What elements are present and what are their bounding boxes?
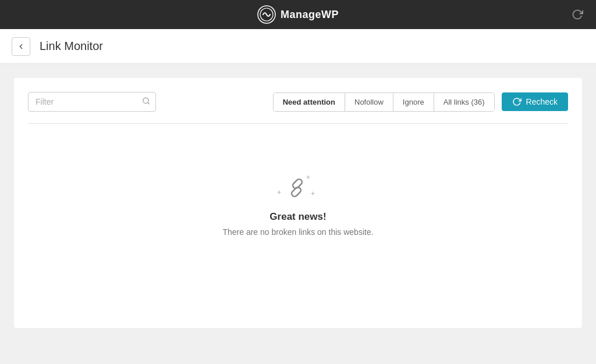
recheck-label: Recheck bbox=[526, 97, 558, 106]
logo: ManageWP bbox=[257, 5, 339, 24]
tabs-and-action: Need attention Nofollow Ignore All links… bbox=[273, 92, 568, 112]
svg-rect-8 bbox=[290, 186, 302, 198]
svg-text:+: + bbox=[306, 173, 310, 181]
main-content: Need attention Nofollow Ignore All links… bbox=[0, 64, 596, 364]
tab-ignore[interactable]: Ignore bbox=[393, 93, 434, 111]
svg-text:+: + bbox=[311, 190, 315, 198]
app-header: ManageWP bbox=[0, 0, 596, 29]
back-button[interactable] bbox=[12, 37, 30, 56]
page-header: Link Monitor bbox=[0, 29, 596, 64]
content-card: Need attention Nofollow Ignore All links… bbox=[14, 78, 582, 328]
refresh-icon bbox=[572, 9, 583, 20]
tab-nofollow[interactable]: Nofollow bbox=[345, 93, 393, 111]
back-arrow-icon bbox=[17, 42, 25, 51]
header-refresh-button[interactable] bbox=[568, 5, 587, 24]
broken-link-icon: + + + bbox=[275, 170, 321, 211]
logo-text: ManageWP bbox=[281, 9, 339, 21]
tab-group: Need attention Nofollow Ignore All links… bbox=[273, 92, 495, 112]
recheck-icon bbox=[512, 97, 522, 106]
tab-need-attention[interactable]: Need attention bbox=[274, 93, 345, 111]
page-title: Link Monitor bbox=[40, 40, 103, 53]
tab-all-links[interactable]: All links (36) bbox=[434, 93, 494, 111]
empty-state-title: Great news! bbox=[269, 211, 326, 223]
empty-state: + + + Great news! There are no broken li… bbox=[28, 124, 568, 260]
toolbar: Need attention Nofollow Ignore All links… bbox=[28, 92, 568, 112]
filter-input-wrap bbox=[28, 92, 156, 112]
recheck-button[interactable]: Recheck bbox=[502, 92, 568, 111]
filter-input[interactable] bbox=[28, 92, 156, 112]
svg-text:+: + bbox=[277, 188, 281, 197]
empty-state-subtitle: There are no broken links on this websit… bbox=[222, 227, 373, 237]
managewp-logo-icon bbox=[257, 5, 276, 24]
